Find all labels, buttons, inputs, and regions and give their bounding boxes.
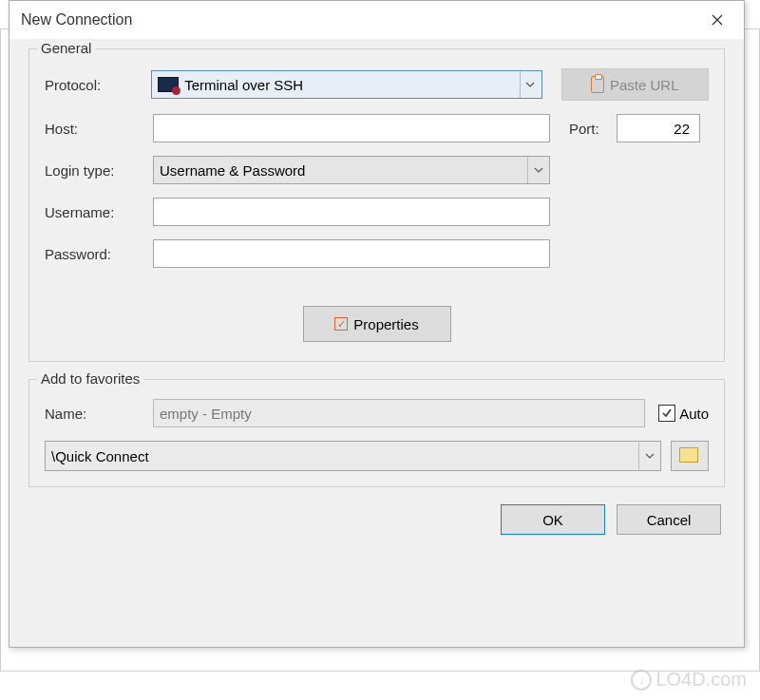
password-label: Password: <box>45 246 153 262</box>
host-row: Host: Port: <box>45 114 709 142</box>
port-label: Port: <box>569 121 617 137</box>
protocol-value: Terminal over SSH <box>184 77 303 93</box>
protocol-label: Protocol: <box>45 77 151 93</box>
clipboard-icon <box>591 76 604 93</box>
general-group: General Protocol: Terminal over SSH Past… <box>28 48 725 362</box>
chevron-down-icon <box>520 71 541 98</box>
name-input[interactable] <box>153 399 645 427</box>
general-group-title: General <box>37 40 95 56</box>
watermark-icon: ↓ <box>631 670 652 691</box>
host-input[interactable] <box>153 114 550 142</box>
terminal-icon <box>158 77 179 92</box>
password-input[interactable] <box>153 239 550 268</box>
properties-label: Properties <box>353 316 418 332</box>
dialog-button-row: OK Cancel <box>28 504 725 535</box>
checkbox-icon <box>658 405 675 422</box>
protocol-row: Protocol: Terminal over SSH Paste URL <box>45 68 709 101</box>
login-type-value: Username & Password <box>160 162 305 179</box>
name-row: Name: Auto <box>45 399 709 427</box>
login-type-select[interactable]: Username & Password <box>153 156 550 184</box>
protocol-select[interactable]: Terminal over SSH <box>151 70 542 99</box>
cancel-label: Cancel <box>647 512 692 528</box>
chevron-down-icon <box>527 157 548 183</box>
name-label: Name: <box>45 406 153 422</box>
new-connection-dialog: New Connection General Protocol: Termina… <box>9 0 745 648</box>
password-row: Password: <box>45 239 709 268</box>
favorites-group-title: Add to favorites <box>37 370 143 387</box>
folder-button[interactable] <box>671 441 709 471</box>
auto-label: Auto <box>679 406 709 422</box>
close-button[interactable] <box>696 5 738 35</box>
ok-label: OK <box>542 512 563 528</box>
cancel-button[interactable]: Cancel <box>617 504 721 535</box>
path-row: \Quick Connect <box>45 441 709 471</box>
username-row: Username: <box>45 198 709 226</box>
close-icon <box>712 14 723 26</box>
login-type-row: Login type: Username & Password <box>45 156 709 184</box>
auto-checkbox[interactable]: Auto <box>658 405 709 422</box>
chevron-down-icon <box>638 443 659 469</box>
login-type-label: Login type: <box>45 162 153 179</box>
path-value: \Quick Connect <box>51 448 149 464</box>
properties-button[interactable]: ✓ Properties <box>303 306 451 342</box>
folder-icon <box>681 449 698 463</box>
paste-url-label: Paste URL <box>610 77 679 93</box>
host-label: Host: <box>45 121 153 137</box>
port-input[interactable] <box>617 114 700 142</box>
watermark: ↓ LO4D.com <box>631 669 747 691</box>
paste-url-button[interactable]: Paste URL <box>561 68 709 101</box>
properties-row: ✓ Properties <box>45 306 709 342</box>
watermark-text: LO4D.com <box>656 669 747 691</box>
ok-button[interactable]: OK <box>501 504 605 535</box>
username-label: Username: <box>45 204 153 220</box>
dialog-title: New Connection <box>21 11 132 28</box>
favorites-group: Add to favorites Name: Auto \Quick Conne… <box>28 379 725 487</box>
titlebar: New Connection <box>10 1 744 39</box>
username-input[interactable] <box>153 198 550 226</box>
path-select[interactable]: \Quick Connect <box>45 441 661 471</box>
dialog-content: General Protocol: Terminal over SSH Past… <box>10 39 744 548</box>
check-icon: ✓ <box>334 317 348 331</box>
